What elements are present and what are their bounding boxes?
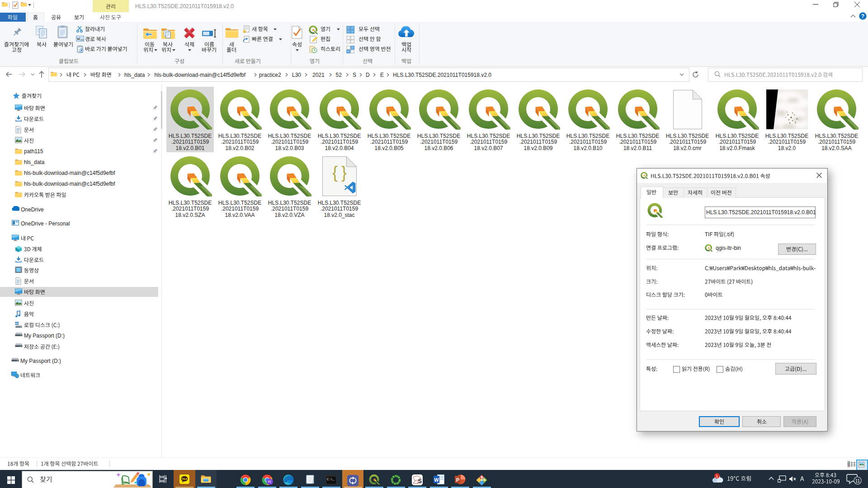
svg-text:TALK: TALK (182, 478, 188, 480)
svg-text:S: S (418, 478, 422, 484)
svg-text:C:\_: C:\_ (327, 478, 335, 481)
svg-text:P: P (456, 477, 459, 483)
svg-text:W: W (434, 477, 439, 483)
svg-text:1: 1 (716, 474, 718, 479)
svg-text:{: { (332, 163, 337, 182)
svg-text:}: } (341, 163, 346, 182)
svg-text:?: ? (861, 13, 864, 19)
svg-text:11: 11 (855, 479, 860, 483)
